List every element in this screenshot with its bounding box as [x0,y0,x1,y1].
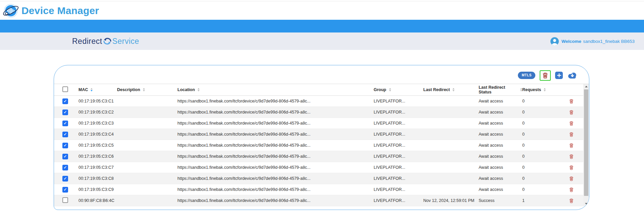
row-delete-icon[interactable] [569,154,574,159]
sort-icon-description [143,88,145,91]
sort-icon-last-redirect [452,88,454,91]
table-row: 00:17:19:05:C3:C7 https://sandbox1.fineb… [54,162,583,173]
row-delete-icon[interactable] [569,187,574,192]
row-delete-icon[interactable] [569,110,574,115]
add-device-button[interactable] [555,72,563,79]
header-mac[interactable]: MAC [78,87,117,92]
group-cell: LIVEPLATFOR... [374,132,423,137]
mac-cell: 00:17:19:05:C3:C4 [78,132,117,137]
table-row: 00:90:8F:C8:B6:4C https://sandbox1.fineb… [54,195,583,206]
group-cell: LIVEPLATFOR... [374,154,423,159]
requests-cell: 0 [522,121,559,126]
last-redirect-status-cell: Await access [479,176,522,181]
device-table-panel: MTLS [54,65,589,210]
row-checkbox[interactable] [62,197,68,203]
header-description[interactable]: Description [117,87,177,92]
header-requests[interactable]: Requests [522,87,559,92]
location-cell: https://sandbox1.finebak.com/ltcfordevic… [177,187,374,192]
table: MAC Description Location Group [54,84,583,206]
device-table: MAC Description Location Group [54,84,589,206]
row-delete-icon[interactable] [569,176,574,181]
user-welcome: Welcome sandbox1_finebak BB653 [550,37,635,46]
row-checkbox[interactable] [62,132,68,137]
header-last-redirect[interactable]: Last Redirect [423,87,479,92]
header-last-redirect-status-label: Last Redirect Status [479,85,518,94]
app-header: Device Manager [0,1,644,20]
sub-header: Redirect Service Welcome sandbox1_fineba… [0,32,644,50]
table-toolbar: MTLS [54,70,589,80]
requests-cell: 1 [522,198,559,203]
row-delete-icon[interactable] [569,132,574,137]
location-cell: https://sandbox1.finebak.com/ltcfordevic… [177,99,374,103]
row-checkbox[interactable] [62,121,68,126]
header-location-label: Location [177,87,195,92]
row-checkbox[interactable] [62,154,68,159]
brand-service-label: Service [112,37,139,46]
row-delete-icon[interactable] [569,165,574,170]
banner-bar [0,20,644,32]
table-row: 00:17:19:05:C3:C2 https://sandbox1.fineb… [54,107,583,118]
header-description-label: Description [117,87,140,92]
last-redirect-status-cell: Await access [479,154,522,159]
row-checkbox[interactable] [62,165,68,170]
row-checkbox[interactable] [62,187,68,193]
table-row: 00:17:19:05:C3:C3 https://sandbox1.fineb… [54,118,583,129]
table-body: 00:17:19:05:C3:C1 https://sandbox1.fineb… [54,96,583,206]
row-delete-icon[interactable] [569,198,574,203]
table-row: 00:17:19:05:C3:C1 https://sandbox1.fineb… [54,96,583,107]
last-redirect-status-cell: Await access [479,143,522,148]
table-scrollbar [583,84,589,206]
requests-cell: 0 [522,165,559,170]
row-checkbox[interactable] [62,110,68,115]
last-redirect-status-cell: Await access [479,132,522,137]
mtls-button[interactable]: MTLS [518,72,535,79]
scrollbar-track[interactable] [583,89,589,201]
group-cell: LIVEPLATFOR... [374,176,423,181]
redirect-service-logo: Redirect Service [72,37,139,46]
location-cell: https://sandbox1.finebak.com/ltcfordevic… [177,165,374,170]
welcome-label: Welcome [561,39,581,44]
delete-selected-button[interactable] [540,70,551,81]
last-redirect-status-cell: Await access [479,121,522,126]
last-redirect-status-cell: Await access [479,187,522,192]
table-row: 00:17:19:05:C3:C4 https://sandbox1.fineb… [54,129,583,140]
table-row: 00:17:19:05:C3:C5 https://sandbox1.fineb… [54,140,583,151]
group-cell: LIVEPLATFOR... [374,143,423,148]
row-delete-icon[interactable] [569,143,574,148]
export-button[interactable] [567,72,578,79]
header-requests-label: Requests [522,87,541,92]
header-location[interactable]: Location [177,87,374,92]
scrollbar-down-arrow[interactable] [583,201,589,206]
location-cell: https://sandbox1.finebak.com/ltcfordevic… [177,121,374,126]
location-cell: https://sandbox1.finebak.com/ltcfordevic… [177,110,374,115]
scrollbar-up-arrow[interactable] [583,84,589,89]
requests-cell: 0 [522,176,559,181]
row-checkbox[interactable] [62,143,68,148]
row-checkbox[interactable] [62,176,68,182]
table-row: 00:17:19:05:C3:C9 https://sandbox1.fineb… [54,184,583,195]
group-cell: LIVEPLATFOR... [374,99,423,103]
mac-cell: 00:17:19:05:C3:C6 [78,154,117,159]
table-row: 00:17:19:05:C3:C8 https://sandbox1.fineb… [54,173,583,184]
requests-cell: 0 [522,99,559,103]
header-mac-label: MAC [78,87,88,92]
scrollbar-thumb[interactable] [584,89,588,196]
location-cell: https://sandbox1.finebak.com/ltcfordevic… [177,143,374,148]
requests-cell: 0 [522,110,559,115]
header-group[interactable]: Group [374,87,423,92]
mac-cell: 00:17:19:05:C3:C5 [78,143,117,148]
header-last-redirect-status[interactable]: Last Redirect Status [479,85,522,94]
group-cell: LIVEPLATFOR... [374,110,423,115]
row-delete-icon[interactable] [569,99,574,104]
requests-cell: 0 [522,143,559,148]
location-cell: https://sandbox1.finebak.com/ltcfordevic… [177,176,374,181]
requests-cell: 0 [522,132,559,137]
page-title: Device Manager [21,5,99,16]
table-row: 00:17:19:05:C3:C6 https://sandbox1.fineb… [54,151,583,162]
mac-cell: 00:17:19:05:C3:C8 [78,176,117,181]
row-delete-icon[interactable] [569,121,574,126]
mac-cell: 00:17:19:05:C3:C3 [78,121,117,126]
user-avatar-icon [550,37,559,46]
row-checkbox[interactable] [62,98,68,104]
select-all-checkbox[interactable] [62,86,68,92]
